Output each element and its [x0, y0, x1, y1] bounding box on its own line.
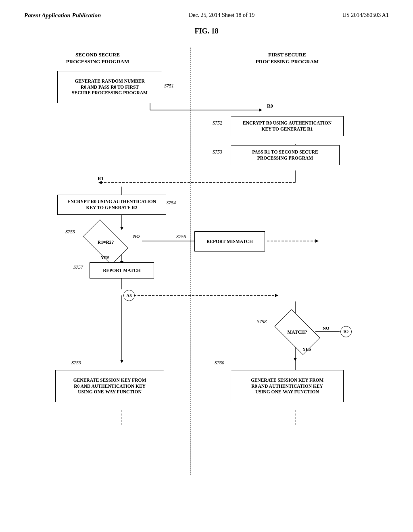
yes-label-r1r2: YES	[101, 255, 109, 260]
page: Patent Application Publication Dec. 25, …	[0, 0, 413, 532]
generate-random-box: GENERATE RANDOM NUMBER R0 AND PASS R0 TO…	[57, 71, 162, 103]
pass-r1-box: PASS R1 TO SECOND SECURE PROCESSING PROG…	[231, 145, 340, 165]
step-s752: S752	[213, 120, 222, 126]
header-center: Dec. 25, 2014 Sheet 18 of 19	[189, 12, 254, 19]
flow-arrows	[33, 48, 380, 475]
step-s756: S756	[176, 234, 186, 240]
svg-marker-20	[275, 294, 278, 297]
col-header-left: SECOND SECURE PROCESSING PROGRAM	[57, 52, 138, 65]
gen-session-left-box: GENERATE SESSION KEY FROM R0 AND AUTHENT…	[55, 370, 164, 402]
r1-label: R1	[98, 176, 104, 182]
r0-label: R0	[267, 103, 273, 109]
a3-connector: A3	[123, 290, 135, 301]
step-s757: S757	[73, 264, 83, 270]
step-s759: S759	[71, 360, 81, 366]
yes-label-match: YES	[302, 347, 311, 351]
step-s755: S755	[65, 229, 75, 235]
encrypt-r0-r2-box: ENCRYPT R0 USING AUTHENTICATION KEY TO G…	[57, 195, 166, 215]
b2-connector: B2	[340, 326, 352, 337]
step-s758: S758	[257, 319, 267, 325]
no-label-r1r2: NO	[133, 234, 140, 239]
report-mismatch-box: REPORT MISMATCH	[194, 231, 265, 251]
figure-title: FIG. 18	[24, 27, 389, 35]
publication-label: Patent Application Publication	[24, 12, 101, 19]
r1-r2-diamond-wrapper: R1=R2?	[81, 228, 130, 256]
svg-marker-27	[294, 358, 297, 361]
no-label-match: NO	[323, 326, 330, 330]
gen-session-right-box: GENERATE SESSION KEY FROM R0 AND AUTHENT…	[231, 370, 344, 402]
step-s753: S753	[213, 149, 222, 155]
step-s751: S751	[164, 83, 174, 89]
svg-marker-29	[120, 360, 123, 363]
column-divider	[190, 48, 191, 475]
report-match-box: REPORT MATCH	[90, 262, 154, 278]
match-diamond-wrapper: MATCH?	[271, 317, 323, 347]
step-s760: S760	[215, 360, 224, 366]
encrypt-r0-r1-box: ENCRYPT R0 USING AUTHENTICATION KEY TO G…	[231, 116, 344, 136]
svg-marker-2	[259, 108, 262, 112]
svg-marker-22	[315, 239, 319, 243]
header: Patent Application Publication Dec. 25, …	[24, 12, 389, 19]
diagram: SECOND SECURE PROCESSING PROGRAM FIRST S…	[33, 48, 380, 475]
patent-number: US 2014/380503 A1	[342, 12, 389, 19]
col-header-right: FIRST SECURE PROCESSING PROGRAM	[247, 52, 327, 65]
match-diamond	[274, 309, 320, 355]
step-s754: S754	[166, 200, 176, 206]
